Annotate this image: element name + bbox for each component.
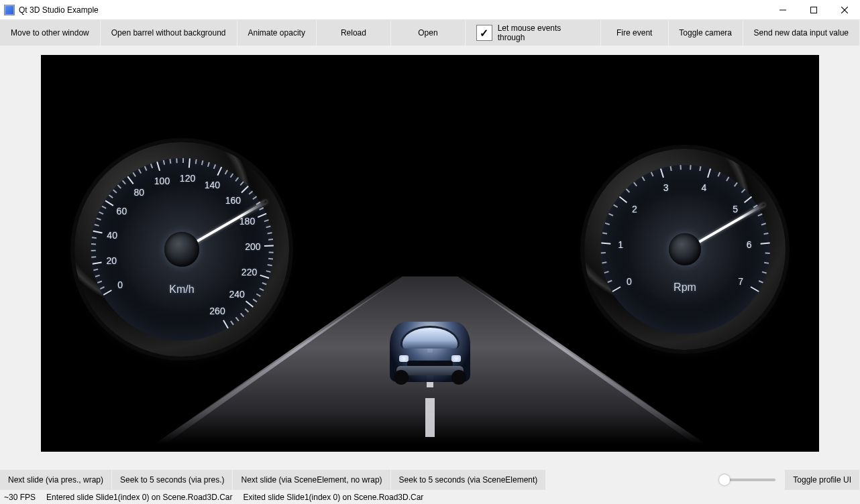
toggle-profile-ui-button[interactable]: Toggle profile UI <box>785 470 859 490</box>
next-slide-scene-button[interactable]: Next slide (via SceneElement, no wrap) <box>233 470 390 490</box>
speedometer-unit: Km/h <box>169 284 194 296</box>
profile-slider-thumb[interactable] <box>719 475 730 485</box>
speedometer-gauge: 020406080100120140160180200220240260 Km/… <box>74 142 289 357</box>
titlebar: Qt 3D Studio Example <box>0 0 860 20</box>
car <box>390 322 470 382</box>
seek-pres-button[interactable]: Seek to 5 seconds (via pres.) <box>112 470 232 490</box>
window-title: Qt 3D Studio Example <box>19 5 99 15</box>
fps-label: ~30 FPS <box>4 493 36 502</box>
minimize-button[interactable] <box>767 0 798 20</box>
3d-viewport[interactable]: 020406080100120140160180200220240260 Km/… <box>41 55 819 452</box>
move-to-other-window-button[interactable]: Move to other window <box>0 20 100 46</box>
profile-slider[interactable] <box>720 479 775 481</box>
animate-opacity-button[interactable]: Animate opacity <box>237 20 316 46</box>
maximize-button[interactable] <box>798 0 829 20</box>
bottom-toolbar: Next slide (via pres., wrap) Seek to 5 s… <box>0 469 860 491</box>
mouse-events-checkbox[interactable]: ✓ <box>476 25 492 41</box>
toggle-camera-button[interactable]: Toggle camera <box>669 20 743 46</box>
send-data-input-button[interactable]: Send new data input value <box>743 20 859 46</box>
reload-button[interactable]: Reload <box>317 20 390 46</box>
tachometer-gauge: 01234567 Rpm <box>584 149 786 350</box>
status-exited: Exited slide Slide1(index 0) on Scene.Ro… <box>244 493 424 502</box>
seek-scene-button[interactable]: Seek to 5 seconds (via SceneElement) <box>391 470 546 490</box>
tachometer-unit: Rpm <box>674 281 696 294</box>
app-icon <box>4 5 15 15</box>
status-entered: Entered slide Slide1(index 0) on Scene.R… <box>46 493 233 502</box>
mouse-events-label: Let mouse events through <box>498 23 590 42</box>
mouse-events-checkbox-container[interactable]: ✓ Let mouse events through <box>466 20 600 46</box>
next-slide-pres-button[interactable]: Next slide (via pres., wrap) <box>0 470 111 490</box>
open-barrel-button[interactable]: Open barrel without background <box>101 20 237 46</box>
open-button[interactable]: Open <box>391 20 465 46</box>
close-button[interactable] <box>829 0 860 20</box>
top-toolbar: Move to other window Open barrel without… <box>0 20 860 46</box>
svg-rect-1 <box>811 7 817 13</box>
fire-event-button[interactable]: Fire event <box>601 20 668 46</box>
status-bar: ~30 FPS Entered slide Slide1(index 0) on… <box>0 491 860 504</box>
